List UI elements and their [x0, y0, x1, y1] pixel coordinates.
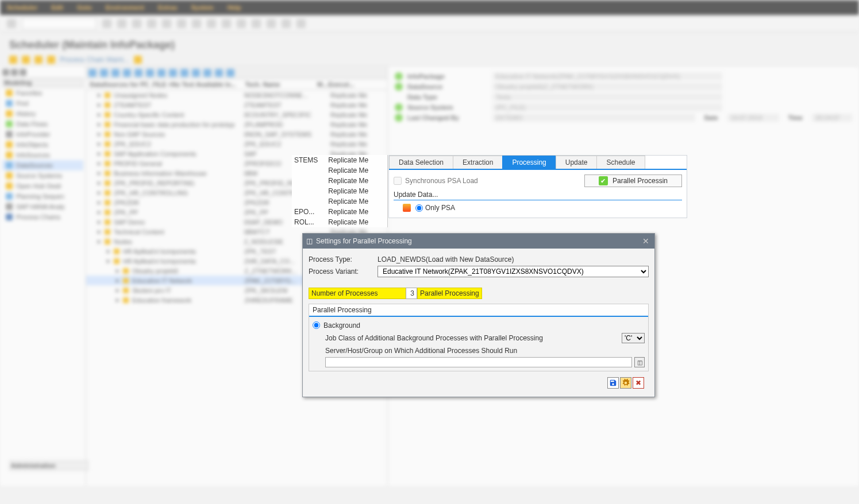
- process-variant-select[interactable]: Educative IT Network(ZPAK_21T08YGV1IZXS8…: [378, 266, 649, 277]
- num-processes-input[interactable]: 3: [406, 288, 417, 299]
- cancel-button[interactable]: ✖: [633, 377, 644, 389]
- infopackage-tabs-panel: Data SelectionExtractionProcessingUpdate…: [388, 155, 687, 218]
- update-data-heading: Update Data...: [394, 191, 682, 200]
- tree-row[interactable]: ▸ZPK_EDUC2ZPK_EDUC2Replicate Me: [86, 139, 387, 149]
- page-title: Scheduler (Maintain InfoPackage): [0, 32, 859, 53]
- nav-item[interactable]: Find: [2, 98, 83, 108]
- server-group-input[interactable]: [325, 357, 632, 367]
- save-button[interactable]: [607, 377, 619, 389]
- only-psa-radio[interactable]: Only PSA: [415, 204, 455, 212]
- job-class-select[interactable]: 'C': [622, 333, 645, 343]
- num-processes-label: Number of Processes: [309, 288, 406, 299]
- gear-icon: [622, 379, 630, 387]
- tab-update[interactable]: Update: [556, 156, 598, 169]
- number-of-processes-row: Number of Processes 3 Parallel Processin…: [309, 288, 649, 299]
- tree-row[interactable]: ▸Non-SAP Sources0NON_SAP_SYSTEMSReplicat…: [86, 129, 387, 139]
- synchronous-psa-checkbox[interactable]: Synchronous PSA Load: [394, 177, 478, 185]
- process-type-label: Process Type:: [309, 255, 378, 263]
- nav-item[interactable]: Open Hub Desti: [2, 181, 83, 191]
- tab-strip[interactable]: Data SelectionExtractionProcessingUpdate…: [389, 156, 687, 170]
- process-variant-label: Process Variant:: [309, 267, 378, 276]
- job-class-label: Job Class of Additional Background Proce…: [325, 334, 622, 342]
- menu-bar[interactable]: SchedulerEditGoto EnvironmentExtrasSyste…: [0, 0, 859, 15]
- nav-item[interactable]: InfoObjects: [2, 139, 83, 150]
- tree-row[interactable]: ▸Unassigned NodesNODESNOTCONNE...Replica…: [86, 90, 387, 100]
- server-group-label: Server/Host/Group on Which Additional Pr…: [325, 347, 645, 355]
- dialog-titlebar[interactable]: ◫ Settings for Parallel Processing ✕: [303, 234, 654, 249]
- parallel-processing-button[interactable]: ✔ Parallel Processin: [584, 175, 682, 187]
- tab-data-selection[interactable]: Data Selection: [389, 156, 453, 169]
- nav-item[interactable]: Data Flows: [2, 119, 83, 129]
- tab-schedule[interactable]: Schedule: [596, 156, 645, 169]
- tree-row[interactable]: ▸Financial basic data production for pro…: [86, 119, 387, 129]
- dialog-title-text: Settings for Parallel Processing: [316, 237, 412, 245]
- floppy-icon: [609, 379, 617, 387]
- nav-item[interactable]: SAP HANA Analy: [2, 201, 83, 212]
- group-title: Parallel Processing: [309, 304, 648, 317]
- parallel-processing-label: Parallel Processing: [417, 288, 482, 299]
- nav-item[interactable]: Process Chains: [2, 212, 83, 222]
- nav-item[interactable]: InfoSources: [2, 150, 83, 160]
- nav-item[interactable]: Favorites: [2, 88, 83, 98]
- nav-item[interactable]: InfoProvider: [2, 129, 83, 139]
- nav-item[interactable]: DataSources: [2, 160, 83, 170]
- window-icon: ◫: [306, 237, 313, 245]
- tree-row[interactable]: ▸Country-Specific Content0COUNTRY_SPECIF…: [86, 110, 387, 119]
- tab-extraction[interactable]: Extraction: [453, 156, 503, 169]
- nav-item[interactable]: Source Systems: [2, 170, 83, 181]
- tree-fragment: STEMSReplicate MeReplicate MeReplicate M…: [292, 155, 388, 227]
- parallel-processing-dialog: ◫ Settings for Parallel Processing ✕ Pro…: [302, 233, 655, 397]
- nav-item[interactable]: Planning Sequen: [2, 191, 83, 201]
- nav-item[interactable]: History: [2, 108, 83, 119]
- database-icon: [403, 204, 411, 212]
- value-help-icon[interactable]: ◫: [634, 357, 645, 367]
- process-button[interactable]: [620, 377, 631, 389]
- process-type-value: LOAD_NEWDS(Load with New DataSource): [378, 255, 649, 263]
- left-nav[interactable]: Modeling FavoritesFindHistoryData FlowsI…: [0, 67, 86, 486]
- check-icon: ✔: [599, 176, 608, 185]
- background-radio[interactable]: Background: [313, 320, 645, 331]
- tab-processing[interactable]: Processing: [502, 156, 556, 169]
- process-chain-link[interactable]: Process Chain Maint...: [60, 56, 129, 64]
- close-icon[interactable]: ✕: [641, 236, 651, 246]
- tree-row[interactable]: ▸ZTEAMTESTZTEAMTESTReplicate Me: [86, 100, 387, 110]
- system-toolbar[interactable]: [0, 15, 859, 32]
